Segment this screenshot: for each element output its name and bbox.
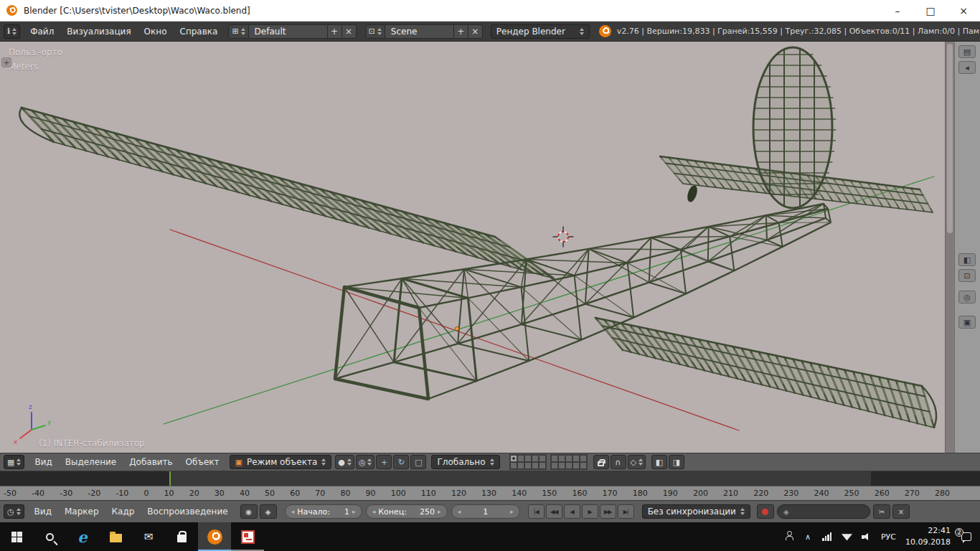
action-center-button[interactable]: 2 bbox=[960, 531, 973, 542]
editor-type-button-info[interactable]: ℹ bbox=[4, 24, 20, 39]
delete-keyframe-button[interactable]: × bbox=[892, 504, 910, 519]
sync-dropdown[interactable]: Без синхронизации bbox=[642, 504, 750, 519]
taskbar-redapp-button[interactable] bbox=[231, 522, 264, 551]
insert-keyframe-button[interactable]: ✂ bbox=[873, 504, 890, 519]
layer-toggle[interactable] bbox=[532, 455, 539, 462]
editor-type-button-timeline[interactable]: ◷ bbox=[4, 504, 24, 519]
properties-tab-icon-2[interactable]: ⊡ bbox=[958, 269, 976, 282]
scene-lock-button[interactable] bbox=[593, 455, 609, 469]
layer-toggle[interactable] bbox=[510, 462, 517, 469]
playback-button[interactable]: ▶| bbox=[618, 504, 634, 519]
people-icon[interactable] bbox=[783, 535, 793, 538]
manipulator-rotate-button[interactable]: ↻ bbox=[393, 455, 409, 469]
orientation-dropdown[interactable]: Глобально bbox=[431, 455, 499, 469]
toolshelf-expand-tab[interactable]: + bbox=[1, 57, 11, 67]
menu-item[interactable]: Справка bbox=[174, 27, 225, 37]
taskbar-mail-button[interactable]: ✉ bbox=[132, 522, 165, 551]
playback-button[interactable]: ◀◀ bbox=[546, 504, 562, 519]
playback-button[interactable]: ▶▶ bbox=[600, 504, 616, 519]
menu-item[interactable]: Вид bbox=[28, 507, 58, 517]
layer-toggle[interactable] bbox=[532, 462, 539, 469]
3d-viewport[interactable]: zyx Польз.-орто Meters (1) INTER-стабили… bbox=[0, 42, 945, 453]
layer-toggle[interactable] bbox=[565, 462, 573, 469]
taskbar-edge-button[interactable]: e bbox=[66, 522, 99, 551]
layer-toggle[interactable] bbox=[517, 462, 524, 469]
volume-icon[interactable] bbox=[862, 532, 872, 541]
properties-tab-icon-1[interactable]: ◧ bbox=[958, 253, 976, 266]
layers-widget[interactable] bbox=[509, 454, 588, 470]
layer-toggle[interactable] bbox=[558, 455, 565, 462]
scene-delete-button[interactable]: × bbox=[468, 24, 483, 39]
manipulator-translate-button[interactable]: + bbox=[376, 455, 392, 469]
mode-dropdown[interactable]: ▣ Режим объекта bbox=[230, 455, 332, 469]
viewport-scrollbar[interactable] bbox=[945, 42, 954, 453]
playback-button[interactable]: ▶ bbox=[582, 504, 598, 519]
layer-toggle[interactable] bbox=[565, 455, 573, 462]
stepper-left-icon[interactable]: ◂ bbox=[458, 508, 461, 515]
close-button[interactable]: × bbox=[947, 0, 980, 21]
layer-toggle[interactable] bbox=[580, 455, 587, 462]
panel-header-icon[interactable]: ▤ bbox=[958, 45, 976, 58]
layer-toggle[interactable] bbox=[551, 462, 558, 469]
properties-tab-icon-3[interactable]: ◎ bbox=[958, 291, 976, 303]
screen-layout-add-button[interactable]: + bbox=[328, 24, 342, 39]
menu-item[interactable]: Выделение bbox=[59, 457, 123, 467]
autokey-toggle-button[interactable]: ◉ bbox=[240, 504, 258, 519]
layer-toggle[interactable] bbox=[524, 462, 532, 469]
opengl-render-anim-button[interactable]: ◨ bbox=[669, 455, 684, 469]
stepper-right-icon[interactable]: ▸ bbox=[510, 508, 514, 515]
scrollbar-thumb[interactable] bbox=[947, 44, 953, 233]
3d-cursor[interactable] bbox=[553, 227, 573, 247]
screen-layout-browse-button[interactable]: ⊞ bbox=[228, 24, 248, 39]
screen-layout-field[interactable]: Default bbox=[249, 24, 328, 39]
screen-layout-delete-button[interactable]: × bbox=[342, 24, 357, 39]
taskbar-store-button[interactable] bbox=[165, 522, 198, 551]
scene-add-button[interactable]: + bbox=[454, 24, 468, 39]
keyingset-button[interactable]: ◈ bbox=[260, 504, 277, 519]
stepper-left-icon[interactable]: ◂ bbox=[372, 508, 376, 515]
stepper-right-icon[interactable]: ▸ bbox=[438, 508, 441, 515]
layer-toggle[interactable] bbox=[580, 462, 587, 469]
layer-toggle[interactable] bbox=[539, 455, 546, 462]
start-button[interactable] bbox=[0, 522, 33, 551]
render-engine-dropdown[interactable]: Рендер Blender bbox=[491, 24, 590, 39]
3d-scene-canvas[interactable]: zyx bbox=[0, 42, 945, 453]
stepper-left-icon[interactable]: ◂ bbox=[291, 508, 295, 515]
menu-item[interactable]: Кадр bbox=[105, 507, 141, 517]
hidden-icons-chevron[interactable]: ∧ bbox=[803, 532, 813, 542]
timeline-canvas[interactable] bbox=[0, 471, 980, 486]
current-frame-field[interactable]: ◂ 1 ▸ bbox=[451, 504, 520, 519]
menu-item[interactable]: Воспроизведение bbox=[141, 507, 234, 517]
layer-toggle[interactable] bbox=[573, 462, 580, 469]
minimize-button[interactable]: – bbox=[881, 0, 914, 21]
menu-item[interactable]: Окно bbox=[138, 27, 174, 37]
language-indicator[interactable]: РУС bbox=[881, 532, 896, 542]
manipulator-scale-button[interactable]: □ bbox=[410, 455, 426, 469]
taskbar-clock[interactable]: 22:41 10.09.2018 bbox=[905, 525, 951, 548]
scene-browse-button[interactable]: ⊡ bbox=[365, 24, 385, 39]
menu-item[interactable]: Добавить bbox=[123, 457, 179, 467]
properties-tab-icon-4[interactable]: ▣ bbox=[958, 316, 976, 329]
layer-toggle[interactable] bbox=[524, 455, 532, 462]
playback-button[interactable]: |◀ bbox=[528, 504, 545, 519]
record-button[interactable] bbox=[757, 504, 774, 519]
wifi-icon[interactable] bbox=[842, 533, 852, 541]
layer-toggle[interactable] bbox=[558, 462, 565, 469]
playback-button[interactable]: ◀ bbox=[564, 504, 580, 519]
maximize-button[interactable]: □ bbox=[914, 0, 947, 21]
frame-start-field[interactable]: ◂ Начало: 1 ▸ bbox=[285, 504, 362, 519]
menu-item[interactable]: Маркер bbox=[58, 507, 105, 517]
layer-toggle[interactable] bbox=[573, 455, 580, 462]
stepper-right-icon[interactable]: ▸ bbox=[352, 508, 356, 515]
layer-toggle[interactable] bbox=[551, 455, 558, 462]
viewport-shading-button[interactable]: ● bbox=[335, 455, 354, 469]
menu-item[interactable]: Визуализация bbox=[60, 27, 137, 37]
timeline-playhead[interactable] bbox=[169, 471, 171, 486]
taskbar-blender-button[interactable] bbox=[198, 522, 231, 551]
scene-field[interactable]: Scene bbox=[385, 24, 454, 39]
editor-type-button-3dview[interactable]: ▦ bbox=[4, 455, 24, 469]
taskbar-search-button[interactable] bbox=[33, 522, 66, 551]
active-keyingset-field[interactable]: ◈ bbox=[777, 504, 870, 519]
layer-toggle[interactable] bbox=[517, 455, 524, 462]
menu-item[interactable]: Вид bbox=[28, 457, 58, 467]
